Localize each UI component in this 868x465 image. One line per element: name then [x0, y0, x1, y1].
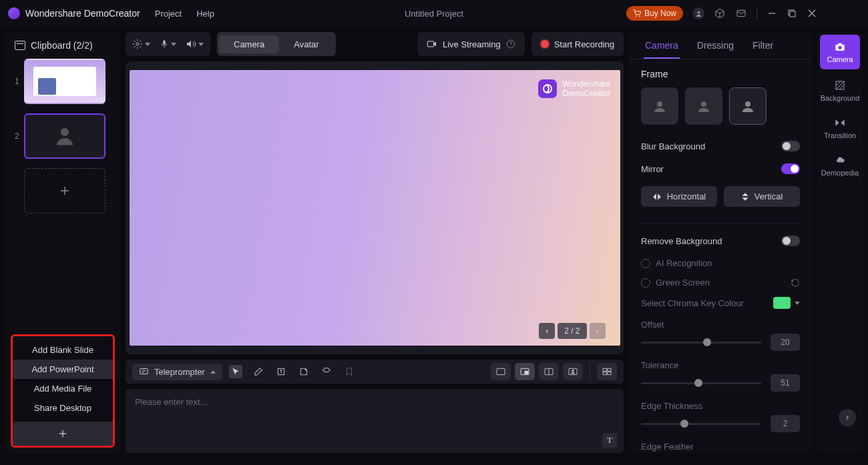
- maximize-button[interactable]: [787, 8, 797, 19]
- reset-icon[interactable]: [791, 278, 800, 288]
- teleprompter-dropdown[interactable]: Teleprompter: [132, 364, 222, 380]
- user-icon[interactable]: [692, 7, 704, 19]
- cursor-tool[interactable]: [229, 365, 242, 378]
- text-tool[interactable]: [274, 365, 288, 378]
- add-media-file[interactable]: Add Media File: [13, 379, 113, 398]
- props-tab-dressing[interactable]: Dressing: [688, 32, 743, 59]
- watermark-line1: Wondershare: [562, 79, 610, 89]
- svg-rect-29: [608, 368, 611, 371]
- mirror-vertical-button[interactable]: Vertical: [724, 186, 800, 207]
- text-format-button[interactable]: T: [602, 433, 617, 448]
- sticker-tool[interactable]: [297, 365, 310, 378]
- live-streaming-button[interactable]: Live Streaming: [417, 32, 525, 56]
- edge-thickness-slider[interactable]: [641, 423, 761, 425]
- props-tab-filter[interactable]: Filter: [743, 32, 783, 59]
- clipboard-icon: [15, 41, 25, 50]
- properties-tabs: Camera Dressing Filter: [629, 32, 812, 59]
- titlebar: Wondershare DemoCreator Project Help Unt…: [0, 0, 868, 27]
- tolerance-slider[interactable]: [641, 382, 761, 384]
- mirror-label: Mirror: [641, 164, 664, 174]
- teleprompter-placeholder: Please enter text...: [135, 397, 207, 407]
- tab-avatar[interactable]: Avatar: [279, 35, 333, 53]
- rail-camera-label: Camera: [827, 55, 853, 63]
- svg-point-33: [701, 101, 706, 107]
- layout-pip[interactable]: [515, 363, 535, 380]
- ai-recognition-option[interactable]: AI Recognition: [641, 258, 800, 268]
- clipboard-header: Clipboard (2/2): [5, 32, 120, 59]
- frame-label: Frame: [641, 69, 800, 79]
- edge-feather-label: Edge Feather: [641, 442, 800, 452]
- layout-split[interactable]: [539, 363, 559, 380]
- pager-prev[interactable]: ‹: [539, 323, 555, 339]
- teleprompter-textarea[interactable]: Please enter text... T: [126, 389, 624, 453]
- slide-pager: ‹ 2 / 2 ›: [539, 323, 605, 339]
- mic-dropdown[interactable]: [160, 39, 176, 49]
- green-screen-option[interactable]: Green Screen: [641, 278, 800, 288]
- share-desktop[interactable]: Share Desktop: [13, 398, 113, 418]
- offset-slider[interactable]: [641, 342, 761, 344]
- svg-rect-3: [737, 10, 745, 16]
- svg-point-0: [636, 16, 636, 17]
- remove-bg-toggle[interactable]: [781, 236, 800, 246]
- tab-camera[interactable]: Camera: [219, 35, 279, 53]
- buy-now-button[interactable]: Buy Now: [626, 6, 683, 21]
- menu-help[interactable]: Help: [196, 9, 214, 19]
- rail-camera[interactable]: Camera: [820, 35, 860, 69]
- pen-tool[interactable]: [252, 365, 265, 378]
- chevron-down-icon: [198, 43, 204, 46]
- offset-label: Offset: [641, 320, 800, 330]
- svg-point-14: [136, 43, 139, 45]
- layout-fullscreen[interactable]: [491, 363, 511, 380]
- layout-presenter[interactable]: [563, 363, 583, 380]
- watermark-line2: DemoCreator: [562, 89, 610, 98]
- blur-bg-toggle[interactable]: [781, 141, 800, 151]
- divider: [756, 7, 757, 19]
- rail-transition-label: Transition: [824, 131, 856, 139]
- flip-h-icon: [652, 193, 662, 201]
- frame-option-3[interactable]: [729, 87, 767, 125]
- slide-thumbnail-2[interactable]: [24, 113, 105, 159]
- watermark: Wondershare DemoCreator: [538, 79, 610, 99]
- slide-thumbnail-1[interactable]: [24, 59, 105, 104]
- blur-bg-label: Blur Background: [641, 141, 705, 151]
- frame-option-2[interactable]: [685, 87, 722, 125]
- frame-option-1[interactable]: [641, 87, 678, 125]
- flip-v-icon: [741, 192, 749, 201]
- rail-transition[interactable]: Transition: [817, 109, 863, 147]
- tolerance-value[interactable]: 51: [771, 374, 800, 392]
- effects-dropdown[interactable]: [132, 39, 150, 49]
- center-area: Camera Avatar Live Streaming Start Recor…: [126, 32, 624, 453]
- rail-background[interactable]: Background: [817, 72, 863, 109]
- thumb-index-1: 1: [15, 77, 19, 86]
- pager-next[interactable]: ›: [590, 323, 606, 339]
- offset-value[interactable]: 20: [771, 334, 800, 351]
- start-recording-button[interactable]: Start Recording: [531, 32, 624, 56]
- stream-icon: [427, 39, 437, 49]
- plus-icon: [57, 428, 68, 439]
- close-button[interactable]: [807, 8, 817, 19]
- mirror-toggle[interactable]: [781, 163, 800, 174]
- mirror-horizontal-button[interactable]: Horizontal: [641, 186, 717, 207]
- rail-demopedia[interactable]: Demopedia: [817, 147, 863, 184]
- add-slide-button[interactable]: [13, 422, 113, 446]
- chroma-color-picker[interactable]: [773, 297, 800, 309]
- live-streaming-label: Live Streaming: [443, 39, 501, 49]
- teleprompter-icon: [139, 367, 149, 377]
- expand-button[interactable]: [839, 409, 856, 426]
- menu-project[interactable]: Project: [155, 9, 182, 19]
- add-blank-slide[interactable]: Add Blank Slide: [13, 340, 113, 360]
- minimize-button[interactable]: [767, 8, 777, 19]
- help-icon: [506, 39, 515, 49]
- mail-icon[interactable]: [735, 7, 747, 19]
- preview-stage[interactable]: Wondershare DemoCreator ‹ 2 / 2 ›: [130, 70, 620, 346]
- add-powerpoint[interactable]: Add PowerPoint: [13, 360, 113, 379]
- eraser-tool[interactable]: [320, 365, 333, 378]
- package-icon[interactable]: [714, 7, 726, 19]
- svg-rect-37: [838, 43, 841, 45]
- edge-thickness-value[interactable]: 2: [771, 415, 800, 432]
- add-slide-placeholder[interactable]: [24, 168, 105, 213]
- bookmark-tool[interactable]: [343, 365, 356, 378]
- speaker-dropdown[interactable]: [186, 39, 204, 49]
- props-tab-camera[interactable]: Camera: [636, 32, 688, 59]
- layout-custom[interactable]: [597, 363, 617, 380]
